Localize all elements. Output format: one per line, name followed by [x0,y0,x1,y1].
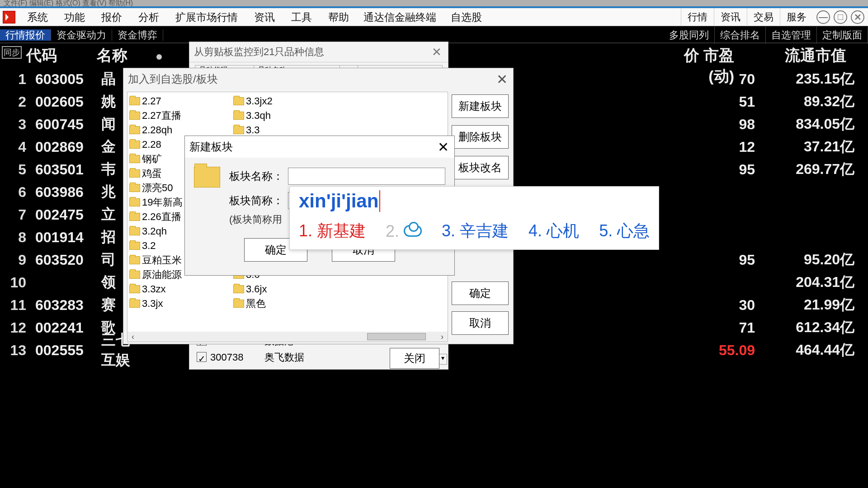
folder-item[interactable]: 3.3jx [129,296,233,311]
header-indicator-dot [156,54,162,60]
folder-item[interactable]: 3.3qh [233,108,337,123]
menu-item[interactable]: 资讯 [246,11,283,23]
clipboard-dialog-close-icon[interactable]: ✕ [425,45,448,59]
add-dialog-close-icon[interactable]: ✕ [491,71,513,87]
cell-mcap: 21.99亿 [755,295,868,315]
folder-label: 钢矿 [142,152,162,166]
folder-icon [129,155,140,163]
cell-idx: 3 [0,116,26,133]
clipboard-scrollbar-down[interactable]: ▾ [438,354,447,365]
sub-tab[interactable]: 行情报价 [0,29,51,41]
right-tab[interactable]: 资讯 [714,8,747,26]
hscroll-thumb[interactable] [367,333,426,340]
clipboard-dialog-titlebar[interactable]: 从剪贴板监控到21只品种信息 ✕ [189,42,448,62]
clipboard-close-button[interactable]: 关闭 [390,348,439,369]
cell-mcap: 37.21亿 [755,137,868,157]
sync-badge[interactable]: 同步 [2,46,22,59]
menu-item[interactable]: 帮助 [320,11,357,23]
minimize-button[interactable]: — [816,10,830,24]
cell-code: 002869 [26,139,97,155]
menu-item[interactable]: 工具 [283,11,320,23]
cell-idx: 7 [0,206,26,223]
col-code[interactable]: 代码 [26,45,97,65]
close-button[interactable]: ✕ [851,10,864,24]
ime-composition: xin'ji'jian [299,190,380,212]
block-name-label: 板块名称： [229,169,288,183]
col-name[interactable]: 名称 [97,45,151,65]
add-dialog-ok-button[interactable]: 确定 [452,282,509,305]
sub-tab[interactable]: 综合排名 [715,27,766,44]
cloud-icon [404,225,422,237]
cell-code: 603501 [26,161,97,178]
sub-tab[interactable]: 多股同列 [664,27,715,44]
cell-idx: 2 [0,94,26,110]
menu-item[interactable]: 分析 [130,11,167,23]
cell-code: 603005 [26,71,97,88]
cell-code: 002241 [26,319,97,336]
menu-item[interactable]: 系统 [19,11,56,23]
folder-label: 3.2 [142,240,156,252]
app-logo-icon [3,11,15,23]
cell-idx: 8 [0,229,26,246]
sub-tab[interactable]: 定制版面 [817,27,868,44]
folder-item[interactable]: 3.3jx2 [233,94,337,108]
col-pe[interactable]: 价 市盈(动) [662,45,743,65]
new-block-button[interactable]: 新建板块 [452,94,509,118]
new-block-close-icon[interactable]: ✕ [432,139,454,155]
delete-block-button[interactable]: 删除板块 [452,125,509,149]
folder-icon [233,97,244,105]
ime-candidate[interactable]: 2. [386,222,422,241]
add-dialog-cancel-button[interactable]: 取消 [452,311,509,335]
cell-idx: 9 [0,252,26,268]
folder-label: 3.3qh [246,110,271,122]
col-mcap[interactable]: 流通市值 [747,45,855,65]
ime-candidate[interactable]: 1. 新基建 [299,220,366,242]
block-name-input[interactable] [288,168,445,185]
right-tab[interactable]: 行情 [681,8,714,26]
folder-icon [233,126,244,134]
folder-item[interactable]: 2.27直播 [129,108,233,123]
menu-item[interactable]: 报价 [93,11,130,23]
menu-item[interactable]: 扩展市场行情 [167,11,246,23]
add-dialog-titlebar[interactable]: 加入到自选股/板块 ✕ [123,68,513,90]
maximize-button[interactable]: □ [834,10,847,24]
ime-candidate[interactable]: 4. 心机 [528,220,579,242]
cell-code: 603520 [26,252,97,268]
sub-tab[interactable]: 自选管理 [766,27,817,44]
ime-candidate[interactable]: 5. 心急 [599,220,650,242]
clipboard-dialog-title: 从剪贴板监控到21只品种信息 [194,45,324,59]
right-tab[interactable]: 服务 [780,8,813,26]
folder-icon [129,285,140,293]
menu-watchlist[interactable]: 自选股 [443,8,490,26]
ime-candidate[interactable]: 3. 辛吉建 [442,220,509,242]
cell-idx: 11 [0,297,26,314]
folder-item[interactable]: 3.6jx [233,282,337,296]
rename-block-button[interactable]: 板块改名 [452,156,509,179]
folder-label: 豆粕玉米 [142,253,182,267]
folder-label: 3.2qh [142,225,167,237]
sub-tab[interactable]: 资金博弈 [112,29,163,41]
cell-code: 603283 [26,297,97,314]
cell-value: 95 [723,161,755,178]
folder-icon [129,141,140,149]
item-code: 300738 [210,349,264,366]
folder-label: 3.3 [246,124,260,136]
folder-icon [233,300,244,308]
hscroll-right-icon[interactable]: › [437,332,448,342]
cell-mcap: 834.05亿 [755,114,868,134]
cell-mcap: 269.77亿 [755,160,868,179]
right-tab[interactable]: 交易 [747,8,780,26]
menu-item[interactable]: 功能 [56,11,93,23]
hscroll-left-icon[interactable]: ‹ [127,332,138,342]
background-notepad-menu: 文件(F) 编辑(E) 格式(O) 查看(V) 帮助(H) [0,0,868,6]
checkbox[interactable] [197,352,207,362]
folder-item[interactable]: 黑色 [233,296,337,311]
folder-label: 原油能源 [142,268,182,282]
cell-code: 001914 [26,229,97,246]
folder-item[interactable]: 2.27 [129,94,233,108]
cell-value: 70 [723,71,755,88]
folder-item[interactable]: 3.3zx [129,282,233,296]
new-block-titlebar[interactable]: 新建板块 ✕ [185,136,454,158]
folder-hscrollbar[interactable]: ‹ › [127,332,448,342]
sub-tab[interactable]: 资金驱动力 [51,29,112,41]
